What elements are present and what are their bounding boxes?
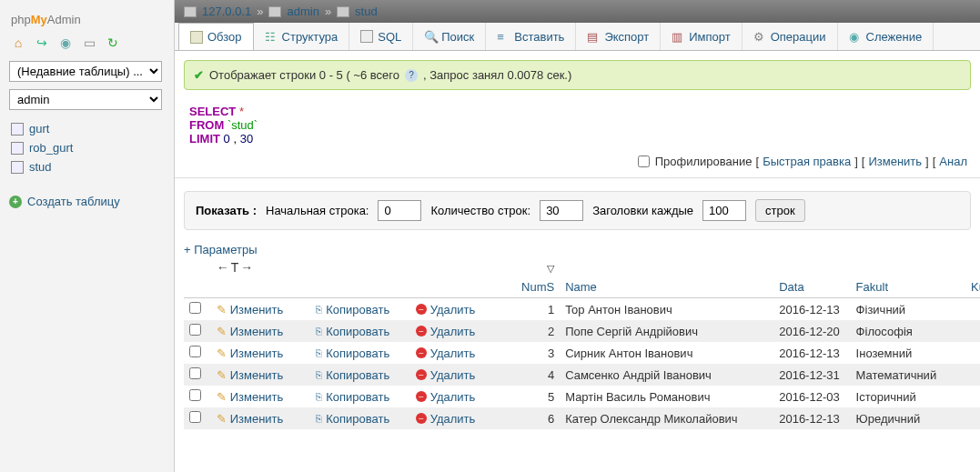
create-table-label: Создать таблицу [27, 195, 120, 208]
copy-link[interactable]: ⎘ Копировать [316, 390, 405, 404]
profiling-label: Профилирование [655, 155, 753, 168]
copy-icon: ⎘ [316, 347, 322, 358]
edit-link[interactable]: ✎ Изменить [217, 346, 306, 360]
delete-link[interactable]: – Удалить [416, 346, 505, 360]
copy-link[interactable]: ⎘ Копировать [316, 368, 405, 382]
copy-icon: ⎘ [316, 304, 322, 315]
query-window-icon[interactable]: ▭ [82, 35, 96, 50]
copy-link[interactable]: ⎘ Копировать [316, 325, 405, 338]
sidebar-item-rob-gurt[interactable]: rob_gurt [9, 138, 165, 157]
options-toggle[interactable]: + Параметры [184, 243, 971, 256]
analyze-link[interactable]: Анал [939, 155, 967, 168]
breadcrumb-server[interactable]: 127.0.0.1 [202, 5, 251, 18]
col-nums[interactable]: NumS [521, 280, 554, 294]
tab-search[interactable]: 🔍Поиск [413, 23, 486, 50]
col-fakult[interactable]: Fakult [856, 280, 888, 294]
edit-link[interactable]: ✎ Изменить [217, 368, 306, 382]
sql-keyword: SELECT [189, 105, 236, 118]
breadcrumb-db[interactable]: admin [287, 5, 318, 18]
sql-keyword: FROM [189, 118, 224, 132]
help-icon[interactable]: ? [405, 69, 418, 82]
cell-name: Попе Сергій Андрійович [560, 320, 773, 342]
delete-link[interactable]: – Удалить [416, 303, 505, 316]
tab-structure[interactable]: ☷Структура [254, 23, 350, 50]
cell-fakult: Юредичний [851, 407, 961, 429]
sidebar-item-label: rob_gurt [29, 141, 73, 155]
sidebar-item-gurt[interactable]: gurt [9, 119, 165, 138]
navigation-row: Показать : Начальная строка: Количество … [184, 191, 971, 230]
pencil-icon: ✎ [217, 303, 227, 316]
logo[interactable]: phpMyAdmin [0, 0, 174, 32]
col-kurs[interactable]: Kurs [971, 280, 980, 294]
copy-link[interactable]: ⎘ Копировать [316, 412, 405, 426]
start-row-input[interactable] [378, 200, 421, 221]
cell-name: Мартін Василь Романович [560, 386, 773, 407]
cell-data: 2016-12-20 [773, 320, 850, 342]
row-checkbox[interactable] [189, 411, 201, 423]
edit-link[interactable]: ✎ Изменить [217, 412, 306, 426]
sidebar-item-stud[interactable]: stud [9, 157, 165, 176]
row-checkbox[interactable] [189, 389, 201, 401]
tab-sql[interactable]: SQL [349, 23, 413, 50]
tab-browse[interactable]: Обзор [178, 23, 254, 50]
cell-kurs: 5 [961, 320, 980, 342]
cell-nums: 4 [510, 364, 560, 386]
copy-link[interactable]: ⎘ Копировать [316, 303, 405, 316]
tab-tracking[interactable]: ◉Слежение [838, 23, 935, 50]
edit-query-link[interactable]: Изменить [868, 155, 922, 168]
breadcrumb-table[interactable]: stud [355, 5, 378, 18]
sort-desc-icon[interactable]: ▽ [547, 263, 554, 274]
pencil-icon: ✎ [217, 346, 227, 360]
table-row: ✎ Изменить⎘ Копировать– Удалить6Катер Ол… [184, 407, 980, 429]
delete-link[interactable]: – Удалить [416, 368, 505, 382]
delete-link[interactable]: – Удалить [416, 412, 505, 426]
tab-import[interactable]: ▥Импорт [661, 23, 742, 50]
table-row: ✎ Изменить⎘ Копировать– Удалить5Мартін В… [184, 386, 980, 407]
reload-icon[interactable]: ↻ [106, 35, 120, 50]
tab-insert[interactable]: ≡Вставить [486, 23, 576, 50]
cell-nums: 2 [510, 320, 560, 342]
home-icon[interactable]: ⌂ [11, 35, 25, 50]
sql-table: `stud` [227, 118, 258, 132]
eye-icon: ◉ [849, 30, 862, 43]
logout-icon[interactable]: ↪ [35, 35, 49, 50]
copy-icon: ⎘ [316, 369, 322, 380]
pencil-icon: ✎ [217, 368, 227, 382]
edit-link[interactable]: ✎ Изменить [217, 390, 306, 404]
create-table-button[interactable]: + Создать таблицу [9, 195, 165, 208]
col-data[interactable]: Data [779, 280, 803, 294]
logo-admin: Admin [47, 13, 81, 26]
delete-link[interactable]: – Удалить [416, 390, 505, 404]
recent-tables-select[interactable]: (Недавние таблицы) ... [9, 61, 162, 82]
delete-icon: – [416, 369, 427, 380]
database-icon [268, 6, 281, 17]
row-checkbox[interactable] [189, 302, 201, 314]
cell-kurs: 4 [961, 342, 980, 364]
row-checkbox[interactable] [189, 346, 201, 357]
docs-icon[interactable]: ◉ [58, 35, 73, 50]
cell-name: Самсенко Андрій Іванович [560, 364, 773, 386]
tab-export[interactable]: ▤Экспорт [576, 23, 661, 50]
edit-link[interactable]: ✎ Изменить [217, 303, 306, 316]
database-select[interactable]: admin [9, 89, 162, 110]
edit-link[interactable]: ✎ Изменить [217, 325, 306, 338]
success-message: ✔ Отображает строки 0 - 5 ( ~6 всего ? ,… [184, 60, 971, 90]
rows-button[interactable]: строк [755, 199, 805, 222]
col-name[interactable]: Name [565, 280, 597, 294]
cell-fakult: Історичний [851, 386, 961, 407]
breadcrumb-sep: » [257, 5, 263, 18]
sql-number: 30 [240, 132, 253, 146]
profiling-checkbox[interactable] [638, 156, 650, 167]
copy-link[interactable]: ⎘ Копировать [316, 346, 405, 360]
row-checkbox[interactable] [189, 324, 201, 336]
cell-nums: 3 [510, 342, 560, 364]
delete-icon: – [416, 326, 427, 336]
headers-every-input[interactable] [702, 200, 746, 221]
pencil-icon: ✎ [217, 390, 227, 404]
tab-operations[interactable]: ⚙Операции [743, 23, 838, 50]
inline-edit-link[interactable]: Быстрая правка [763, 155, 851, 168]
delete-link[interactable]: – Удалить [416, 325, 505, 338]
sort-arrows[interactable]: ←T→ [217, 260, 256, 275]
row-checkbox[interactable] [189, 367, 201, 379]
row-count-input[interactable] [540, 200, 583, 221]
